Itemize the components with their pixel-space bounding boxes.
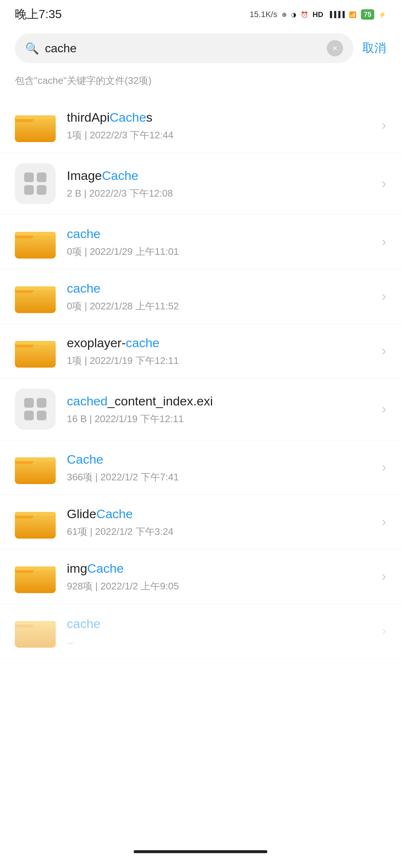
name-prefix: Image bbox=[67, 168, 102, 183]
file-name: cached_content_index.exi bbox=[67, 393, 374, 409]
folder-icon bbox=[15, 280, 56, 313]
svg-rect-19 bbox=[15, 457, 56, 461]
file-list: thirdApiCaches 1项 | 2022/2/3 下午12:44 › I… bbox=[0, 98, 401, 658]
svg-rect-31 bbox=[15, 621, 56, 625]
file-meta: 928项 | 2022/1/2 上午9:05 bbox=[67, 580, 374, 593]
list-item[interactable]: cache 0项 | 2022/1/29 上午11:01 › bbox=[0, 215, 401, 269]
file-meta: 1项 | 2022/1/19 下午12:11 bbox=[67, 354, 374, 367]
list-item[interactable]: cache ... › bbox=[0, 604, 401, 658]
list-item[interactable]: GlideCache 61项 | 2022/1/2 下午3:24 › bbox=[0, 495, 401, 549]
file-meta: 2 B | 2022/2/3 下午12:08 bbox=[67, 187, 374, 200]
name-prefix: img bbox=[67, 561, 87, 575]
folder-icon bbox=[15, 451, 56, 484]
clear-search-button[interactable]: × bbox=[327, 40, 343, 56]
list-item[interactable]: cache 0项 | 2022/1/28 上午11:52 › bbox=[0, 269, 401, 324]
name-prefix: thirdApi bbox=[67, 110, 110, 124]
headphone-icon: ◑ bbox=[291, 11, 296, 18]
file-name: thirdApiCaches bbox=[67, 109, 374, 125]
name-prefix: exoplayer- bbox=[67, 336, 126, 350]
wifi-icon: 📶 bbox=[349, 11, 356, 18]
name-highlight: cache bbox=[67, 227, 101, 241]
svg-rect-11 bbox=[15, 286, 56, 290]
name-highlight: Cache bbox=[96, 507, 133, 521]
name-highlight: Cache bbox=[102, 168, 138, 183]
name-suffix: s bbox=[146, 110, 153, 124]
file-info: thirdApiCaches 1项 | 2022/2/3 下午12:44 bbox=[67, 109, 374, 141]
search-icon: 🔍 bbox=[25, 42, 39, 55]
folder-icon bbox=[15, 334, 56, 368]
file-meta: 61项 | 2022/1/2 下午3:24 bbox=[67, 525, 374, 538]
search-input[interactable] bbox=[45, 42, 321, 55]
clear-icon: × bbox=[332, 43, 338, 53]
file-info: imgCache 928项 | 2022/1/2 上午9:05 bbox=[67, 560, 374, 592]
search-box[interactable]: 🔍 × bbox=[15, 33, 353, 63]
svg-rect-27 bbox=[15, 566, 56, 570]
name-highlight: cache bbox=[67, 281, 101, 295]
file-meta: 16 B | 2022/1/19 下午12:11 bbox=[67, 412, 374, 425]
chevron-right-icon: › bbox=[382, 569, 386, 584]
cancel-button[interactable]: 取消 bbox=[362, 40, 386, 56]
file-name: GlideCache bbox=[67, 506, 374, 522]
file-name: imgCache bbox=[67, 560, 374, 576]
chevron-right-icon: › bbox=[382, 176, 386, 191]
chevron-right-icon: › bbox=[382, 343, 386, 359]
file-name: cache bbox=[67, 280, 374, 296]
charging-icon: ⚡ bbox=[379, 11, 386, 18]
name-highlight: Cache bbox=[110, 110, 146, 124]
file-info: cache 0项 | 2022/1/28 上午11:52 bbox=[67, 280, 374, 312]
folder-icon bbox=[15, 225, 56, 259]
status-right: 15.1K/s ⊕ ◑ ⏰ HD ▐▐▐▐ 📶 75 ⚡ bbox=[250, 9, 386, 20]
folder-icon bbox=[15, 505, 56, 539]
file-name: cache bbox=[67, 226, 374, 242]
file-info: cache 0项 | 2022/1/29 上午11:01 bbox=[67, 226, 374, 258]
file-info: ImageCache 2 B | 2022/2/3 下午12:08 bbox=[67, 167, 374, 200]
file-meta: 1项 | 2022/2/3 下午12:44 bbox=[67, 129, 374, 142]
svg-rect-23 bbox=[15, 512, 56, 516]
name-prefix: Glide bbox=[67, 507, 96, 521]
file-name: exoplayer-cache bbox=[67, 335, 374, 351]
file-name: ImageCache bbox=[67, 167, 374, 184]
chevron-right-icon: › bbox=[382, 234, 386, 250]
list-item[interactable]: ImageCache 2 B | 2022/2/3 下午12:08 › bbox=[0, 153, 401, 215]
list-item[interactable]: exoplayer-cache 1项 | 2022/1/19 下午12:11 › bbox=[0, 324, 401, 378]
app-icon bbox=[15, 389, 56, 430]
home-indicator bbox=[134, 850, 267, 853]
file-meta: 0项 | 2022/1/28 上午11:52 bbox=[67, 300, 374, 313]
alarm-icon: ⏰ bbox=[301, 11, 308, 18]
list-item[interactable]: imgCache 928项 | 2022/1/2 上午9:05 › bbox=[0, 549, 401, 604]
file-name: cache bbox=[67, 615, 374, 632]
file-info: exoplayer-cache 1项 | 2022/1/19 下午12:11 bbox=[67, 335, 374, 367]
svg-rect-7 bbox=[15, 232, 56, 236]
bluetooth-icon: ⊕ bbox=[282, 11, 287, 18]
hd-icon: HD bbox=[313, 10, 323, 19]
list-item[interactable]: Cache 366项 | 2022/1/2 下午7:41 › bbox=[0, 440, 401, 495]
chevron-right-icon: › bbox=[382, 623, 386, 639]
chevron-right-icon: › bbox=[382, 514, 386, 530]
battery-indicator: 75 bbox=[361, 9, 374, 20]
chevron-right-icon: › bbox=[382, 289, 386, 304]
list-item[interactable]: cached_content_index.exi 16 B | 2022/1/1… bbox=[0, 378, 401, 440]
network-speed: 15.1K/s bbox=[250, 10, 277, 19]
name-highlight: cached bbox=[67, 394, 108, 408]
svg-rect-3 bbox=[15, 115, 56, 119]
file-meta: ... bbox=[67, 635, 374, 647]
folder-icon bbox=[15, 614, 56, 648]
name-suffix: _content_index.exi bbox=[108, 394, 213, 408]
name-highlight: Cache bbox=[67, 452, 103, 466]
name-highlight: Cache bbox=[87, 561, 124, 575]
file-info: GlideCache 61项 | 2022/1/2 下午3:24 bbox=[67, 506, 374, 538]
chevron-right-icon: › bbox=[382, 460, 386, 475]
file-name: Cache bbox=[67, 451, 374, 467]
status-bar: 晚上7:35 15.1K/s ⊕ ◑ ⏰ HD ▐▐▐▐ 📶 75 ⚡ bbox=[0, 0, 401, 26]
name-highlight: cache bbox=[126, 336, 160, 350]
bottom-bar bbox=[0, 843, 401, 868]
search-area: 🔍 × 取消 bbox=[0, 26, 401, 70]
chevron-right-icon: › bbox=[382, 118, 386, 133]
chevron-right-icon: › bbox=[382, 401, 386, 417]
list-item[interactable]: thirdApiCaches 1项 | 2022/2/3 下午12:44 › bbox=[0, 98, 401, 153]
app-icon bbox=[15, 163, 56, 204]
signal-icon: ▐▐▐▐ bbox=[328, 11, 345, 18]
status-time: 晚上7:35 bbox=[15, 6, 62, 23]
folder-icon bbox=[15, 109, 56, 142]
file-info: Cache 366项 | 2022/1/2 下午7:41 bbox=[67, 451, 374, 483]
